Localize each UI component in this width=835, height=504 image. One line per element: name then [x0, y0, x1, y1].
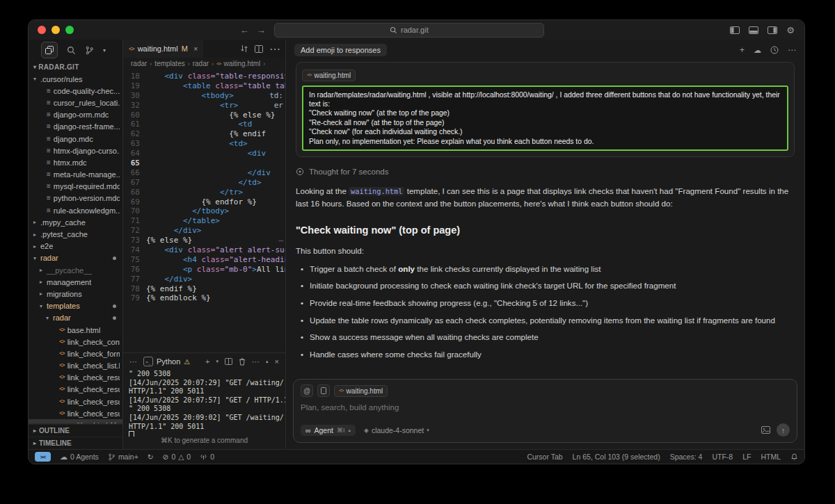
terminal-tab-python[interactable]: >_ Python ⚠ — [143, 357, 190, 366]
sidebar-item-rule-acknowledgm[interactable]: ≡rule-acknowledgm... — [29, 204, 122, 216]
settings-gear-icon[interactable]: ⚙ — [786, 26, 795, 35]
close-tab-icon[interactable]: × — [193, 44, 198, 53]
sidebar-item-django-mdc[interactable]: ≡django.mdc — [29, 133, 122, 145]
sidebar-item-meta-rule-manage[interactable]: ≡meta-rule-manage... — [29, 169, 122, 181]
back-arrow-icon[interactable]: ← — [240, 25, 249, 35]
forward-arrow-icon[interactable]: → — [257, 25, 266, 35]
source-control-icon[interactable] — [85, 46, 94, 55]
split-editor-icon[interactable] — [255, 45, 263, 53]
chat-input-box[interactable]: @ <> waiting.html Plan, search, build an… — [293, 379, 797, 443]
compare-changes-icon[interactable] — [240, 44, 248, 53]
image-attach-icon[interactable] — [761, 426, 770, 434]
sidebar-item-code-quality-chec[interactable]: ≡code-quality-chec... — [29, 85, 122, 97]
sidebar-item-cursor-rules-locati[interactable]: ≡cursor_rules_locati... — [29, 97, 122, 108]
code-editor[interactable]: 18 <div class="table-responsiv19 <table … — [123, 70, 285, 352]
model-selector[interactable]: ◈ claude-4-sonnet ▾ — [364, 426, 429, 434]
context-file-chip[interactable]: <> waiting.html — [302, 70, 356, 81]
chat-input-placeholder[interactable]: Plan, search, build anything — [301, 403, 790, 412]
cursor-position-status[interactable]: Ln 65, Col 103 (9 selected) — [573, 453, 660, 461]
toggle-primary-sidebar-icon[interactable] — [730, 26, 740, 34]
new-terminal-icon[interactable]: + — [205, 357, 209, 366]
thought-icon — [296, 168, 304, 176]
chat-more-icon[interactable]: ⋯ — [788, 45, 796, 55]
toggle-secondary-sidebar-icon[interactable] — [768, 26, 777, 34]
explorer-icon[interactable] — [41, 42, 58, 58]
zoom-window-button[interactable] — [65, 26, 74, 34]
agents-status[interactable]: ☁ 0 Agents — [60, 453, 99, 461]
mention-icon[interactable]: @ — [301, 384, 313, 397]
cloud-icon[interactable]: ☁ — [754, 47, 761, 54]
chevron-down-icon[interactable]: ▾ — [103, 47, 106, 54]
workspace-title[interactable]: ▾ RADAR.GIT — [29, 60, 122, 73]
outline-section[interactable]: ▸ OUTLINE — [29, 424, 122, 437]
ports-status[interactable]: 0 — [200, 453, 214, 461]
chat-header: Add emoji to responses + ☁ ⋯ — [286, 40, 804, 60]
sidebar-item-radar[interactable]: ▾radar — [29, 252, 122, 264]
sidebar-item-label: link_check_resul... — [67, 409, 120, 418]
sidebar-item-htmx-mdc[interactable]: ≡htmx.mdc — [29, 156, 122, 168]
sync-icon[interactable]: ↻ — [148, 453, 154, 461]
line-number: 30 — [123, 91, 146, 101]
sidebar-item-migrations[interactable]: ▸migrations — [29, 288, 122, 300]
sidebar-item-e2e[interactable]: ▸e2e — [29, 241, 122, 252]
remote-indicator[interactable]: >< — [35, 452, 51, 462]
sidebar-item-link-check-list-h[interactable]: <>link_check_list.h... — [29, 360, 122, 372]
sidebar-item-django-orm-mdc[interactable]: ≡django-orm.mdc — [29, 109, 122, 121]
eol-status[interactable]: LF — [742, 453, 751, 461]
maximize-panel-icon[interactable]: ▴ — [266, 359, 269, 364]
tab-waiting-html[interactable]: <> waiting.html M × — [123, 40, 203, 58]
sidebar-item-templates[interactable]: ▾templates — [29, 300, 122, 312]
terminal-dropdown-icon[interactable]: ▾ — [216, 359, 219, 364]
sidebar-item-pycache[interactable]: ▸__pycache__ — [29, 264, 122, 276]
new-chat-icon[interactable]: + — [740, 45, 745, 55]
sidebar-item-link-check-resul[interactable]: <>link_check_resul... — [29, 396, 122, 407]
cursor-tab-status[interactable]: Cursor Tab — [527, 453, 562, 461]
git-branch-status[interactable]: main+ — [108, 453, 138, 461]
sidebar-item-radar[interactable]: ▾radar — [29, 312, 122, 324]
sidebar-item-link-check-resul[interactable]: <>link_check_resul... — [29, 372, 122, 384]
sidebar-item-link-check-resul[interactable]: <>link_check_resul... — [29, 384, 122, 396]
sidebar-item-label: management — [47, 278, 91, 286]
chevron-up-icon: ▴ — [348, 428, 351, 433]
sidebar-item-mypy-cache[interactable]: ▸.mypy_cache — [29, 216, 122, 228]
code-line-72: 72 </div> — [123, 226, 285, 236]
panel-more-icon[interactable]: ⋯ — [129, 357, 137, 366]
close-panel-icon[interactable]: × — [275, 357, 279, 366]
split-terminal-icon[interactable] — [225, 358, 232, 365]
problems-status[interactable]: ⊘ 0 △ 0 — [163, 453, 191, 461]
sidebar-item-management[interactable]: ▸management — [29, 276, 122, 288]
sidebar-item-python-version-mdc[interactable]: ≡python-version.mdc — [29, 193, 122, 204]
sidebar-item-link-check-form[interactable]: <>link_check_form... — [29, 348, 122, 359]
search-sidebar-icon[interactable] — [67, 46, 76, 55]
timeline-section[interactable]: ▸ TIMELINE — [29, 437, 122, 449]
kill-terminal-icon[interactable] — [239, 358, 246, 366]
command-center-search[interactable]: radar.git — [274, 23, 544, 38]
sidebar-item-cursor-rules[interactable]: ▾.cursor/rules — [29, 73, 122, 85]
sidebar-item-link-check-resul[interactable]: <>link_check_resul... — [29, 407, 122, 419]
attach-file-icon[interactable] — [317, 384, 330, 397]
encoding-status[interactable]: UTF-8 — [712, 453, 733, 461]
agent-mode-selector[interactable]: ∞ Agent ⌘I ▴ — [301, 425, 356, 436]
sidebar-item-base-html[interactable]: <>base.html — [29, 324, 122, 336]
minimize-window-button[interactable] — [51, 26, 60, 34]
send-button[interactable]: ↑ — [777, 423, 790, 437]
notifications-bell-icon[interactable] — [790, 453, 798, 461]
chat-tab[interactable]: Add emoji to responses — [294, 44, 387, 56]
sidebar-item-mysql-required-mdc[interactable]: ≡mysql-required.mdc — [29, 181, 122, 193]
sidebar-item-htmx-django-curso[interactable]: ≡htmx-django-curso... — [29, 145, 122, 156]
toggle-panel-icon[interactable] — [749, 26, 758, 34]
sidebar-item-link-check-confi[interactable]: <>link_check_confi... — [29, 336, 122, 348]
terminal-output[interactable]: " 200 5308[14/Jun/2025 20:07:29] "GET /w… — [123, 370, 285, 437]
more-actions-icon[interactable]: ⋯ — [269, 42, 280, 56]
sidebar-item-django-rest-frame[interactable]: ≡django-rest-frame... — [29, 121, 122, 133]
terminal-more-icon[interactable]: ⋯ — [252, 357, 260, 366]
indentation-status[interactable]: Spaces: 4 — [670, 453, 703, 461]
language-status[interactable]: HTML — [761, 453, 781, 461]
breadcrumb[interactable]: radar› templates› radar› <> waiting.html… — [123, 58, 285, 70]
input-context-file-chip[interactable]: <> waiting.html — [334, 385, 388, 397]
close-window-button[interactable] — [38, 26, 46, 34]
sidebar-item-pytest-cache[interactable]: ▸.pytest_cache — [29, 228, 122, 240]
history-icon[interactable] — [770, 46, 779, 54]
thought-summary[interactable]: Thought for 7 seconds — [296, 168, 795, 176]
modified-dot-icon — [113, 304, 116, 308]
